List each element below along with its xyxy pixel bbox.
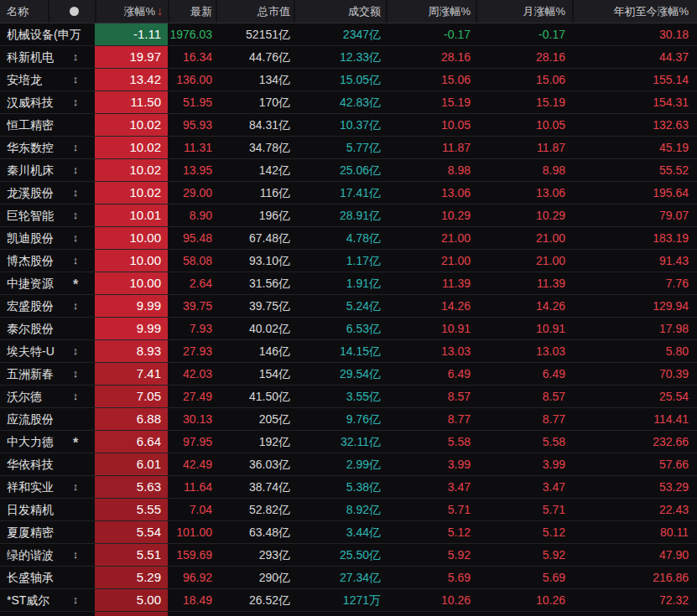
ytd-change: 155.14	[572, 69, 697, 91]
week-change: 28.16	[386, 46, 476, 68]
marker-circle-icon[interactable]	[70, 7, 79, 16]
change-percent-cell: 10.02	[95, 159, 168, 181]
stock-name: 埃夫特-U	[7, 340, 55, 362]
change-percent-cell: 10.00	[95, 272, 168, 294]
table-row[interactable]: 中大力德*6.6497.95192亿32.11亿5.585.58232.66	[0, 431, 697, 453]
header-turnover[interactable]: 成交额	[294, 0, 386, 23]
market-cap: 205亿	[216, 408, 294, 430]
stock-name-cell: 华依科技	[0, 453, 95, 475]
table-row[interactable]: 安培龙↕13.42136.00134亿15.05亿15.0615.06155.1…	[0, 69, 697, 91]
turnover: 17.41亿	[294, 182, 386, 204]
latest-price: 58.08	[168, 250, 216, 272]
week-change: 3.47	[386, 476, 476, 498]
month-change: 3.99	[476, 453, 572, 475]
table-row[interactable]: 夏厦精密5.54101.0063.48亿3.44亿5.125.1280.11	[0, 521, 697, 544]
change-percent-cell: 6.64	[95, 431, 168, 453]
latest-price: 7.93	[168, 318, 216, 339]
week-change: 11.39	[386, 272, 476, 294]
stock-name: 应流股份	[7, 408, 54, 430]
month-change: 14.26	[476, 295, 572, 317]
turnover: 1271万	[294, 589, 386, 611]
table-row[interactable]: 日发精机5.557.0452.82亿8.92亿5.715.7122.43	[0, 499, 697, 521]
market-cap: 192亿	[216, 431, 294, 453]
header-latest-price[interactable]: 最新	[168, 0, 216, 23]
week-change: 13.06	[386, 182, 476, 204]
week-change: 5.12	[386, 521, 476, 543]
turnover: 25.06亿	[294, 159, 386, 181]
change-percent-cell: 10.02	[95, 137, 168, 158]
table-row[interactable]: 五洲新春↕7.4142.03154亿29.54亿6.496.4970.39	[0, 363, 697, 386]
stock-name-cell: 夏厦精密	[0, 521, 95, 543]
week-change: 21.00	[386, 227, 476, 249]
table-row[interactable]: 华依科技6.0142.4936.03亿2.99亿3.993.9957.66	[0, 453, 697, 476]
market-cap: 52.82亿	[216, 499, 294, 520]
month-change: 11.87	[476, 137, 572, 158]
table-row[interactable]: 科新机电↕19.9716.3444.76亿12.33亿28.1628.1644.…	[0, 46, 697, 69]
month-change: 5.92	[476, 544, 572, 566]
change-percent-cell: 7.41	[95, 363, 168, 385]
stock-name-cell: 博杰股份↕	[0, 250, 95, 272]
ytd-change: 45.19	[572, 137, 697, 158]
month-change: 5.12	[476, 521, 572, 543]
table-row[interactable]: 泰尔股份9.997.9340.02亿6.53亿10.9110.9117.98	[0, 318, 697, 340]
table-row[interactable]: 绿的谐波↕5.51159.69293亿25.50亿5.925.9247.90	[0, 544, 697, 567]
stock-name: 博杰股份	[7, 250, 54, 272]
week-change: 15.06	[386, 69, 476, 91]
table-row[interactable]: 沃尔德↕7.0527.4941.50亿3.55亿8.578.5725.54	[0, 386, 697, 408]
month-change: 15.19	[476, 91, 572, 113]
updown-arrows-icon: ↕	[69, 544, 82, 566]
stock-name-cell: 应流股份	[0, 408, 95, 430]
header-week-change[interactable]: 周涨幅%	[386, 0, 476, 23]
table-row[interactable]: 恒工精密10.0295.9384.31亿10.37亿10.0510.05132.…	[0, 114, 697, 137]
table-row[interactable]: 中捷资源*10.002.6431.56亿1.91亿11.3911.397.76	[0, 272, 697, 295]
stock-name-cell: 埃夫特-U↕	[0, 340, 95, 362]
ytd-change: 55.52	[572, 159, 697, 181]
latest-price: 51.95	[168, 91, 216, 113]
market-cap: 52151亿	[216, 23, 294, 45]
month-change: 6.49	[476, 363, 572, 385]
table-row[interactable]: 华东数控↕10.0211.3134.78亿5.77亿11.8711.8745.1…	[0, 137, 697, 159]
latest-price: 27.93	[168, 340, 216, 362]
updown-arrows-icon: ↕	[69, 91, 82, 113]
table-row[interactable]: 埃夫特-U↕8.9327.93146亿14.15亿13.0313.035.80	[0, 340, 697, 363]
table-row[interactable]: 汉威科技↕11.5051.95170亿42.83亿15.1915.19154.3…	[0, 91, 697, 114]
table-row[interactable]: *ST威尔↕5.0018.4926.52亿1271万10.2610.2672.3…	[0, 589, 697, 612]
table-row[interactable]: 机械设备(申万-1.111976.0352151亿2347亿-0.17-0.17…	[0, 23, 697, 46]
sort-descending-icon[interactable]: ↓	[157, 4, 163, 18]
ytd-change: 57.66	[572, 453, 697, 475]
latest-price: 2.64	[168, 272, 216, 294]
table-row[interactable]: 应流股份6.8830.13205亿9.76亿8.778.77114.41	[0, 408, 697, 431]
week-change: 8.77	[386, 408, 476, 430]
change-percent-cell: 5.54	[95, 521, 168, 543]
table-row[interactable]: 宏盛股份↕9.9939.7539.75亿5.24亿14.2614.26129.9…	[0, 295, 697, 318]
change-percent-cell: 9.99	[95, 295, 168, 317]
week-change: 5.92	[386, 544, 476, 566]
header-name-column[interactable]: 名称	[0, 0, 95, 23]
header-ytd-change[interactable]: 年初至今涨幅%	[572, 0, 697, 23]
turnover: 14.15亿	[294, 340, 386, 362]
table-row[interactable]: 龙溪股份↕10.0229.00116亿17.41亿13.0613.06195.6…	[0, 182, 697, 204]
stock-name: 科新机电	[7, 46, 54, 68]
ytd-change: 80.11	[572, 521, 697, 543]
turnover: 1.91亿	[294, 272, 386, 294]
week-change: 3.99	[386, 453, 476, 475]
change-percent-cell: 5.51	[95, 544, 168, 566]
header-market-cap[interactable]: 总市值	[216, 0, 294, 23]
stock-name-cell: 机械设备(申万	[0, 23, 95, 45]
stock-name: 长盛轴承	[7, 567, 54, 588]
table-row[interactable]: 巨轮智能↕10.018.90196亿28.91亿10.2910.2979.07	[0, 204, 697, 227]
table-row[interactable]: 凯迪股份↕10.0095.4867.48亿4.78亿21.0021.00183.…	[0, 227, 697, 250]
table-row[interactable]: 祥和实业↕5.6311.6438.74亿5.38亿3.473.4753.29	[0, 476, 697, 499]
table-row[interactable]: 博杰股份↕10.0058.0893.10亿1.17亿21.0021.0091.4…	[0, 250, 697, 272]
header-month-change[interactable]: 月涨幅%	[476, 0, 572, 23]
header-change-percent[interactable]: 涨幅%↓	[95, 0, 168, 23]
change-percent-cell: 5.29	[95, 567, 168, 588]
ytd-change: 114.41	[572, 408, 697, 430]
updown-arrows-icon: ↕	[69, 340, 82, 362]
market-cap: 36.03亿	[216, 453, 294, 475]
table-row[interactable]: 秦川机床↕10.0213.95142亿25.06亿8.988.9855.52	[0, 159, 697, 182]
table-row[interactable]: 长盛轴承5.2996.92290亿27.34亿5.695.69216.86	[0, 567, 697, 589]
header-name-label: 名称	[7, 5, 29, 18]
week-change: 8.57	[386, 386, 476, 407]
change-percent-cell: 10.00	[95, 227, 168, 249]
